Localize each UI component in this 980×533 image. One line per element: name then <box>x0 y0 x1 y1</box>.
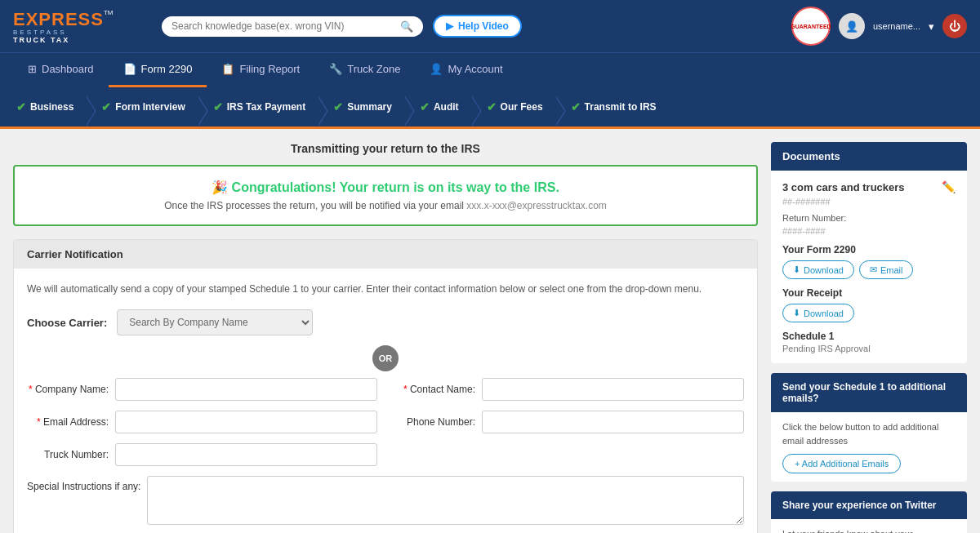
step-irs-tax-check: ✔ <box>213 100 223 113</box>
form2290-email-button[interactable]: ✉ Email <box>859 260 914 279</box>
email-label: * Email Address: <box>27 416 109 428</box>
contact-required-star: * <box>403 384 408 395</box>
company-name: 3 com cars and truckers <box>782 181 905 193</box>
logo-tm: TM <box>104 9 114 16</box>
or-divider: OR <box>27 345 744 371</box>
special-textarea[interactable] <box>147 476 744 525</box>
right-panel: Documents 3 com cars and truckers ✏️ ##-… <box>771 142 967 533</box>
contact-name-row: * Contact Name: <box>394 378 744 401</box>
truck-label: Truck Number: <box>27 449 109 460</box>
email-input[interactable] <box>115 411 377 433</box>
step-business-check: ✔ <box>16 100 26 113</box>
congrats-sub: Once the IRS processes the return, you w… <box>28 200 743 211</box>
step-business[interactable]: ✔ Business <box>0 95 85 118</box>
phone-input[interactable] <box>482 411 744 433</box>
company-name-input[interactable] <box>115 378 377 401</box>
send-schedule-body: Click the below button to add additional… <box>771 412 967 482</box>
truck-zone-icon: 🔧 <box>329 63 342 75</box>
search-icon: 🔍 <box>400 20 413 33</box>
step-summary-check: ✔ <box>333 100 343 113</box>
step-transmit-to-irs[interactable]: ✔ Transmit to IRS <box>555 95 668 118</box>
logo-trucktax: TRUCK TAX <box>13 36 69 44</box>
receipt-download-button[interactable]: ⬇ Download <box>782 304 854 322</box>
download-icon: ⬇ <box>793 264 800 275</box>
search-input[interactable] <box>172 20 395 32</box>
nav-filing-report[interactable]: 📋 Filing Report <box>207 53 314 87</box>
truck-row: Truck Number: <box>27 443 377 466</box>
send-schedule-card: Send your Schedule 1 to additional email… <box>771 373 967 482</box>
documents-card: Documents 3 com cars and truckers ✏️ ##-… <box>771 142 967 363</box>
my-account-icon: 👤 <box>430 63 443 75</box>
company-name-label: * Company Name: <box>27 384 109 395</box>
left-panel: Transmitting your return to the IRS 🎉 Co… <box>13 142 758 533</box>
carrier-section: Carrier Notification We will automatical… <box>13 239 758 533</box>
receipt-label: Your Receipt <box>782 287 956 299</box>
carrier-form-grid: * Company Name: * Contact Name: <box>27 378 744 466</box>
user-avatar: 👤 <box>839 13 865 39</box>
company-required-star: * <box>29 384 33 395</box>
add-emails-button[interactable]: + Add Additional Emails <box>782 454 901 473</box>
step-summary[interactable]: ✔ Summary <box>317 95 403 118</box>
send-schedule-desc: Click the below button to add additional… <box>782 420 956 447</box>
phone-row: Phone Number: <box>394 411 744 433</box>
form2290-label: Your Form 2290 <box>782 244 956 255</box>
choose-carrier-row: Choose Carrier: Search By Company Name <box>27 309 744 335</box>
carrier-body: We will automatically send a copy of you… <box>14 269 757 533</box>
logo-area: EXPRESS TM BESTPASS TRUCK TAX <box>13 9 152 44</box>
truck-input[interactable] <box>115 443 377 466</box>
congrats-box: 🎉 Congratulations! Your return is on its… <box>13 165 758 226</box>
twitter-body: Let your friends know about your experie… <box>771 519 967 533</box>
edit-icon[interactable]: ✏️ <box>942 180 956 193</box>
receipt-download-icon: ⬇ <box>793 308 800 318</box>
documents-title: Documents <box>771 142 967 171</box>
form2290-icon: 📄 <box>123 63 136 75</box>
step-transmit-check: ✔ <box>571 100 581 113</box>
step-irs-tax-payment[interactable]: ✔ IRS Tax Payment <box>197 95 317 118</box>
choose-carrier-label: Choose Carrier: <box>27 317 107 329</box>
guaranteed-badge: GUARANTEED <box>791 7 831 46</box>
twitter-desc: Let your friends know about your experie… <box>782 527 956 533</box>
special-label: Special Instructions if any: <box>27 476 140 492</box>
email-required-star: * <box>37 416 41 428</box>
help-video-icon: ▶ <box>446 20 453 32</box>
logo-bestpass: BESTPASS <box>13 29 69 36</box>
company-row: 3 com cars and truckers ✏️ <box>782 180 956 193</box>
form2290-download-button[interactable]: ⬇ Download <box>782 260 854 279</box>
username-label: username... <box>873 21 920 31</box>
congrats-text: 🎉 Congratulations! Your return is on its… <box>28 180 743 195</box>
send-schedule-title: Send your Schedule 1 to additional email… <box>771 373 967 412</box>
step-audit-check: ✔ <box>420 100 430 113</box>
step-our-fees-check: ✔ <box>487 100 497 113</box>
pending-text: Pending IRS Approval <box>782 344 956 353</box>
nav-truck-zone[interactable]: 🔧 Truck Zone <box>314 53 415 87</box>
nav-my-account[interactable]: 👤 My Account <box>415 53 517 87</box>
company-id: ##-####### <box>782 197 956 207</box>
contact-name-input[interactable] <box>482 378 744 401</box>
schedule1-label: Schedule 1 <box>782 331 956 342</box>
logout-button[interactable]: ⏻ <box>942 14 967 38</box>
main-content: Transmitting your return to the IRS 🎉 Co… <box>0 129 980 533</box>
nav-form2290[interactable]: 📄 Form 2290 <box>109 53 207 87</box>
help-video-button[interactable]: ▶ Help Video <box>433 15 522 38</box>
email-icon: ✉ <box>870 264 877 275</box>
twitter-card: Share your experience on Twitter Let you… <box>771 491 967 533</box>
step-form-interview[interactable]: ✔ Form Interview <box>85 95 196 118</box>
user-dropdown-icon[interactable]: ▾ <box>929 20 934 33</box>
main-nav: ⊞ Dashboard 📄 Form 2290 📋 Filing Report … <box>0 52 980 87</box>
carrier-select[interactable]: Search By Company Name <box>117 309 313 335</box>
step-form-interview-check: ✔ <box>101 100 111 113</box>
or-badge: OR <box>372 345 399 371</box>
congrats-email: xxx.x-xxx@expresstrucktax.com <box>466 200 607 211</box>
search-bar[interactable]: 🔍 <box>162 16 423 37</box>
power-icon: ⏻ <box>949 20 960 33</box>
nav-dashboard[interactable]: ⊞ Dashboard <box>13 53 109 87</box>
top-header: EXPRESS TM BESTPASS TRUCK TAX 🔍 ▶ Help V… <box>0 0 980 52</box>
logo-express: EXPRESS <box>13 9 104 30</box>
company-name-row: * Company Name: <box>27 378 377 401</box>
carrier-header: Carrier Notification <box>14 240 757 269</box>
receipt-btn-row: ⬇ Download <box>782 304 956 322</box>
form2290-btn-row: ⬇ Download ✉ Email <box>782 260 956 279</box>
transmit-title: Transmitting your return to the IRS <box>13 142 758 155</box>
step-our-fees[interactable]: ✔ Our Fees <box>470 95 555 118</box>
steps-bar: ✔ Business ✔ Form Interview ✔ IRS Tax Pa… <box>0 87 980 127</box>
